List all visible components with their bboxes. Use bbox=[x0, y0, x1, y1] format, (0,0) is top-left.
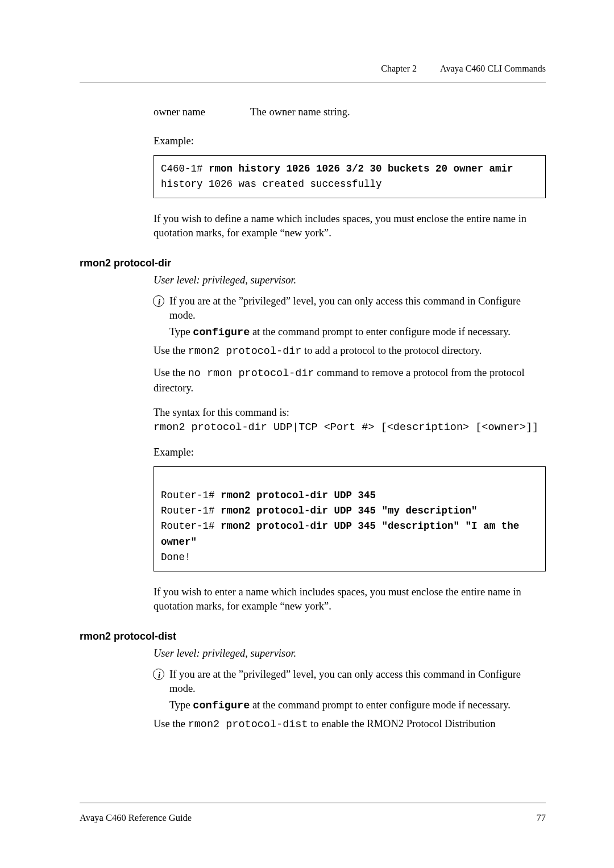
user-level: User level: privileged, supervisor. bbox=[154, 273, 546, 287]
info-icon: i bbox=[154, 294, 165, 308]
info-icon: i bbox=[154, 667, 165, 682]
page-number: 77 bbox=[537, 812, 546, 824]
code-line: Router-1# rmon2 protocol-dir UDP 345 bbox=[161, 490, 376, 501]
code-line: C460-1# rmon history 1026 1026 3/2 30 bu… bbox=[161, 163, 513, 174]
note-text: Type configure at the command prompt to … bbox=[169, 326, 511, 337]
footer-rule bbox=[80, 803, 546, 803]
paragraph: If you wish to define a name which inclu… bbox=[154, 212, 546, 240]
example-label: Example: bbox=[154, 134, 546, 148]
code-line: Done! bbox=[161, 552, 191, 563]
paragraph: Use the no rmon protocol-dir command to … bbox=[154, 366, 546, 395]
code-line: Router-1# rmon2 protocol-dir UDP 345 "de… bbox=[161, 520, 525, 547]
syntax-code: rmon2 protocol-dir UDP|TCP <Port #> [<de… bbox=[154, 421, 546, 435]
def-term: owner name bbox=[154, 105, 250, 119]
info-note: i If you are at the ”privileged” level, … bbox=[154, 294, 546, 340]
chapter-label: Chapter 2 bbox=[381, 64, 417, 73]
code-line: Router-1# rmon2 protocol-dir UDP 345 "my… bbox=[161, 505, 478, 516]
code-line: history 1026 was created successfully bbox=[161, 178, 382, 190]
running-header: Chapter 2 Avaya C460 CLI Commands bbox=[80, 64, 546, 74]
definition-row: owner name The owner name string. bbox=[154, 105, 546, 119]
code-example-1: C460-1# rmon history 1026 1026 3/2 30 bu… bbox=[154, 155, 546, 198]
page-footer: Avaya C460 Reference Guide 77 bbox=[80, 803, 546, 824]
paragraph: If you wish to enter a name which includ… bbox=[154, 585, 546, 614]
footer-title: Avaya C460 Reference Guide bbox=[80, 812, 192, 824]
info-note: i If you are at the ”privileged” level, … bbox=[154, 667, 546, 713]
def-desc: The owner name string. bbox=[250, 105, 546, 119]
paragraph: Use the rmon2 protocol-dir to add a prot… bbox=[154, 344, 546, 359]
example-label: Example: bbox=[154, 445, 546, 460]
note-text: Type configure at the command prompt to … bbox=[169, 699, 511, 711]
note-text: If you are at the ”privileged” level, yo… bbox=[169, 669, 521, 694]
code-example-2: Router-1# rmon2 protocol-dir UDP 345 Rou… bbox=[154, 466, 546, 571]
note-text: If you are at the ”privileged” level, yo… bbox=[169, 295, 521, 321]
paragraph: Use the rmon2 protocol-dist to enable th… bbox=[154, 717, 546, 732]
section-heading: rmon2 protocol-dir bbox=[80, 256, 546, 270]
header-title: Avaya C460 CLI Commands bbox=[440, 64, 546, 73]
syntax-intro: The syntax for this command is: bbox=[154, 406, 546, 420]
section-heading: rmon2 protocol-dist bbox=[80, 629, 546, 643]
user-level: User level: privileged, supervisor. bbox=[154, 646, 546, 661]
